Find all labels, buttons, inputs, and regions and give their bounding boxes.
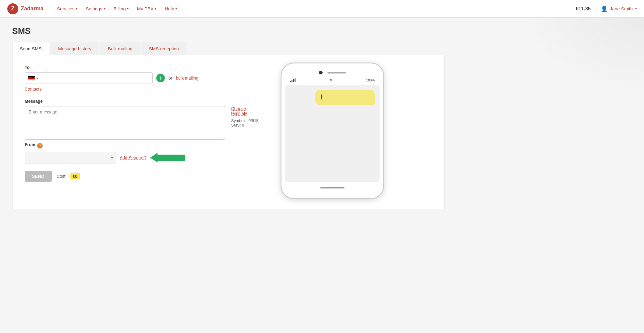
cost-value: €0	[70, 173, 80, 179]
to-input-wrapper[interactable]: 🇩🇪 ▾	[25, 72, 153, 84]
page-content: SMS Send SMS Message history Bulk mailin…	[0, 18, 457, 218]
chevron-down-icon: ▾	[104, 7, 105, 10]
arrow-indicator	[150, 153, 185, 163]
or-text: or	[168, 76, 172, 81]
flag-icon: 🇩🇪	[28, 75, 35, 81]
contacts-link[interactable]: Contacts	[25, 87, 41, 91]
chevron-down-icon: ▾	[175, 7, 177, 10]
add-recipient-button[interactable]: +	[156, 74, 165, 82]
logo-link[interactable]: Z Zadarma	[7, 3, 44, 14]
flag-chevron-icon[interactable]: ▾	[37, 77, 38, 80]
speaker-icon	[327, 72, 346, 73]
nav-settings[interactable]: Settings ▾	[82, 4, 109, 13]
user-name: Jane Smith	[610, 6, 633, 11]
chevron-down-icon: ▾	[635, 7, 637, 10]
from-help-icon[interactable]: ?	[37, 143, 43, 149]
form-section: To 🇩🇪 ▾ + or bulk mailing Contacts Messa…	[25, 65, 262, 199]
to-field-row: 🇩🇪 ▾ + or bulk mailing	[25, 72, 262, 84]
user-menu[interactable]: 👤 Jane Smith ▾	[601, 5, 637, 12]
nav-billing[interactable]: Billing ▾	[110, 4, 132, 13]
wifi-icon: ≋	[329, 78, 332, 82]
navbar: Z Zadarma Services ▾ Settings ▾ Billing …	[0, 0, 644, 18]
tab-sms-reception[interactable]: SMS reception	[141, 42, 186, 55]
message-row: Choose template Symbols: 0/918 SMS: 0	[25, 106, 262, 140]
from-select[interactable]	[25, 152, 116, 163]
from-label: From	[25, 142, 35, 147]
nav-mypbx[interactable]: My PBX ▾	[133, 4, 160, 13]
send-button[interactable]: SEND	[25, 171, 52, 182]
phone-screen	[285, 85, 380, 182]
chevron-down-icon: ▾	[155, 7, 156, 10]
home-indicator	[320, 187, 345, 188]
from-select-wrapper: ▾	[25, 152, 116, 163]
chevron-down-icon: ▾	[127, 7, 129, 10]
page-title: SMS	[12, 26, 445, 36]
content-panel: To 🇩🇪 ▾ + or bulk mailing Contacts Messa…	[12, 55, 445, 209]
tab-send-sms[interactable]: Send SMS	[12, 42, 49, 55]
balance-display: €11.35	[576, 6, 596, 12]
camera-icon	[319, 71, 323, 74]
symbols-count: Symbols: 0/918	[231, 118, 262, 123]
cost-label: Cost	[57, 174, 65, 179]
signal-icon	[290, 78, 295, 82]
choose-template-link[interactable]: Choose template	[231, 106, 262, 116]
to-number-input[interactable]	[40, 76, 149, 81]
logo-text: Zadarma	[21, 5, 44, 12]
arrow-body	[157, 155, 185, 161]
navbar-right: €11.35 👤 Jane Smith ▾	[576, 5, 637, 12]
send-row: SEND Cost €0	[25, 171, 262, 182]
logo-circle: Z	[7, 3, 18, 14]
nav-help[interactable]: Help ▾	[161, 4, 181, 13]
to-label: To	[25, 65, 262, 70]
arrow-head-icon	[150, 153, 157, 163]
cursor-icon	[321, 95, 322, 99]
phone-bottom	[285, 182, 380, 191]
from-row: ▾ Add SenderID	[25, 152, 262, 163]
bulk-mailing-link[interactable]: bulk mailing	[176, 76, 198, 81]
sms-preview-bubble	[315, 90, 375, 105]
sms-count: SMS: 0	[231, 123, 262, 127]
tab-bulk-mailing[interactable]: Bulk mailing	[100, 42, 140, 55]
from-label-row: From ?	[25, 142, 262, 149]
add-senderid-link[interactable]: Add SenderID	[120, 155, 147, 160]
nav-services[interactable]: Services ▾	[53, 4, 81, 13]
tab-message-history[interactable]: Message history	[51, 42, 99, 55]
logo-letter: Z	[11, 5, 15, 12]
nav-links: Services ▾ Settings ▾ Billing ▾ My PBX ▾…	[53, 4, 576, 13]
chevron-down-icon: ▾	[76, 7, 77, 10]
message-textarea[interactable]	[25, 106, 225, 140]
tabs-container: Send SMS Message history Bulk mailing SM…	[12, 42, 445, 55]
phone-top	[285, 71, 380, 74]
battery-indicator: 100%	[366, 78, 375, 82]
user-icon: 👤	[601, 5, 607, 12]
phone-status-bar: ≋ 100%	[285, 78, 380, 85]
message-label: Message	[25, 99, 262, 104]
phone-mockup: ≋ 100%	[281, 63, 384, 199]
message-meta: Choose template Symbols: 0/918 SMS: 0	[231, 106, 262, 127]
